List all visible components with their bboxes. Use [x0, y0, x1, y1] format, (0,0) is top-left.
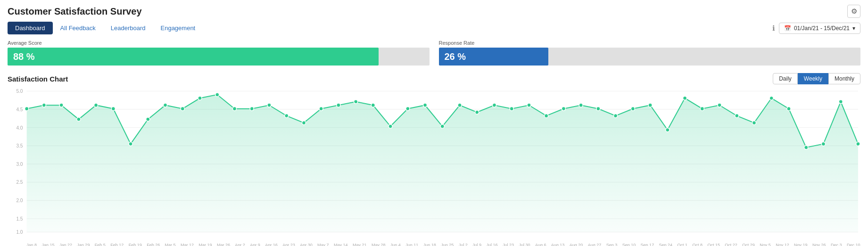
period-weekly-button[interactable]: Weekly [798, 73, 828, 84]
response-rate-card: Response Rate 26 % [439, 40, 861, 66]
svg-point-24 [129, 142, 132, 146]
svg-text:2.0: 2.0 [16, 198, 23, 203]
svg-point-36 [337, 103, 340, 107]
settings-button[interactable]: ⚙ [847, 5, 860, 18]
tab-leaderboard[interactable]: Leaderboard [103, 22, 153, 34]
page-container: Customer Satisfaction Survey ⚙ Dashboard… [0, 0, 868, 246]
svg-point-60 [752, 121, 756, 124]
svg-point-41 [423, 103, 427, 107]
svg-point-22 [94, 103, 98, 107]
svg-point-31 [250, 107, 254, 111]
svg-point-30 [232, 107, 236, 111]
response-rate-label: Response Rate [439, 40, 861, 46]
svg-point-33 [285, 114, 289, 118]
period-daily-button[interactable]: Daily [773, 73, 798, 84]
date-range-label: 01/Jan/21 - 15/Dec/21 [794, 25, 850, 32]
svg-point-39 [389, 124, 392, 128]
chart-header: Satisfaction Chart Daily Weekly Monthly [8, 73, 860, 84]
svg-text:1.5: 1.5 [16, 216, 23, 221]
svg-point-19 [42, 103, 46, 107]
chart-period-buttons: Daily Weekly Monthly [773, 73, 860, 84]
header-row: Customer Satisfaction Survey ⚙ [8, 5, 860, 18]
svg-text:4.0: 4.0 [16, 125, 23, 131]
dropdown-arrow-icon: ▾ [852, 25, 855, 32]
svg-point-21 [77, 117, 81, 121]
date-controls: ℹ 📅 01/Jan/21 - 15/Dec/21 ▾ [772, 23, 860, 34]
average-score-bar-fill: 88 % [8, 48, 379, 66]
svg-text:5.0: 5.0 [16, 89, 23, 94]
svg-point-62 [787, 107, 791, 111]
average-score-value: 88 % [13, 51, 35, 62]
svg-point-18 [25, 107, 29, 111]
svg-point-43 [458, 103, 462, 107]
svg-point-45 [492, 103, 496, 107]
svg-text:3.5: 3.5 [16, 143, 23, 148]
svg-point-25 [146, 117, 150, 121]
svg-point-23 [111, 107, 115, 111]
svg-point-61 [769, 96, 773, 100]
svg-point-55 [666, 128, 670, 131]
svg-point-37 [354, 100, 358, 104]
x-axis-labels: Jan 8Jan 15Jan 22Jan 29Feb 5Feb 12Feb 19… [8, 243, 860, 246]
response-rate-value: 26 % [445, 51, 466, 62]
nav-row: Dashboard All Feedback Leaderboard Engag… [8, 22, 860, 34]
calendar-icon: 📅 [784, 25, 791, 32]
svg-text:4.5: 4.5 [16, 107, 23, 112]
chart-section: Satisfaction Chart Daily Weekly Monthly … [8, 73, 860, 246]
svg-point-59 [735, 114, 739, 118]
svg-point-40 [406, 107, 410, 111]
svg-point-54 [648, 103, 652, 107]
svg-text:3.0: 3.0 [16, 162, 23, 167]
svg-point-38 [371, 103, 375, 107]
chart-title: Satisfaction Chart [8, 75, 68, 83]
svg-point-53 [631, 107, 635, 111]
chart-container: 5.0 4.5 4.0 3.5 3.0 2.5 2.0 1.5 1.0 [8, 86, 860, 242]
svg-point-51 [596, 107, 600, 111]
tab-engagement[interactable]: Engagement [153, 22, 203, 34]
satisfaction-chart: 5.0 4.5 4.0 3.5 3.0 2.5 2.0 1.5 1.0 [8, 86, 860, 242]
svg-point-20 [59, 103, 63, 107]
svg-point-26 [163, 103, 167, 107]
response-rate-bar-fill: 26 % [439, 48, 549, 66]
average-score-card: Average Score 88 % [8, 40, 430, 66]
response-rate-bar-container: 26 % [439, 48, 861, 66]
svg-point-58 [718, 103, 721, 107]
svg-point-29 [215, 93, 219, 97]
info-icon[interactable]: ℹ [772, 24, 775, 33]
svg-text:2.5: 2.5 [16, 180, 23, 185]
svg-point-42 [440, 124, 444, 128]
svg-point-48 [545, 114, 548, 118]
svg-point-65 [839, 100, 843, 104]
tab-all-feedback[interactable]: All Feedback [53, 22, 103, 34]
average-score-bar-container: 88 % [8, 48, 430, 66]
svg-point-27 [181, 107, 184, 111]
svg-point-34 [302, 121, 306, 124]
svg-point-47 [527, 103, 531, 107]
svg-point-50 [579, 103, 583, 107]
svg-point-56 [683, 96, 687, 100]
svg-point-46 [510, 107, 513, 111]
svg-point-64 [821, 142, 825, 146]
tab-dashboard[interactable]: Dashboard [8, 22, 53, 34]
svg-text:1.0: 1.0 [16, 230, 23, 235]
date-range-picker[interactable]: 📅 01/Jan/21 - 15/Dec/21 ▾ [779, 23, 860, 34]
svg-point-44 [475, 110, 479, 114]
metrics-row: Average Score 88 % Response Rate 26 % [8, 40, 860, 66]
nav-tabs: Dashboard All Feedback Leaderboard Engag… [8, 22, 203, 34]
period-monthly-button[interactable]: Monthly [828, 73, 860, 84]
svg-point-66 [856, 142, 860, 146]
svg-point-32 [267, 103, 271, 107]
average-score-label: Average Score [8, 40, 430, 46]
svg-point-49 [562, 107, 565, 111]
svg-point-28 [198, 96, 202, 100]
svg-point-63 [804, 146, 808, 149]
page-title: Customer Satisfaction Survey [8, 6, 142, 17]
svg-point-57 [700, 107, 704, 111]
svg-point-52 [614, 114, 618, 118]
svg-point-35 [319, 107, 323, 111]
